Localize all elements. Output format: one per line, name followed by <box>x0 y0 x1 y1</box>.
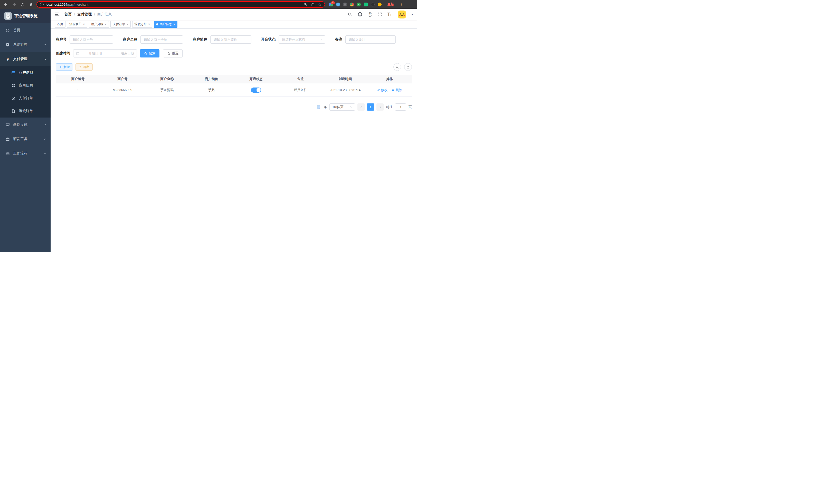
merchant-shortname-input[interactable] <box>210 36 251 44</box>
extension-icon-1[interactable]: 10 <box>329 3 333 6</box>
tab-user-group[interactable]: 用户分组 × <box>89 21 109 28</box>
browser-forward-icon[interactable] <box>12 2 17 7</box>
status-select[interactable]: 请选择开启状态 <box>279 36 325 44</box>
sidebar-item-merchant-info[interactable]: 商户信息 <box>0 66 50 79</box>
sidebar-item-pay-order[interactable]: 支付订单 <box>0 92 50 105</box>
merchant-fullname-input[interactable] <box>140 36 183 44</box>
export-button[interactable]: 导出 <box>75 63 93 71</box>
gear-icon <box>6 43 10 47</box>
delete-link[interactable]: 删除 <box>392 88 402 92</box>
password-key-icon[interactable] <box>304 3 308 6</box>
edit-link[interactable]: 修改 <box>377 88 388 92</box>
top-navbar: 首页 / 支付管理 / 商户信息 ? <box>50 9 417 20</box>
search-button[interactable]: 搜索 <box>140 49 159 58</box>
extension-icon-7[interactable] <box>371 3 375 6</box>
goto-unit: 页 <box>409 105 412 109</box>
edit-icon <box>377 89 380 92</box>
page-size-select[interactable]: 10条/页 <box>329 104 355 111</box>
yen-icon: ¥ <box>6 57 10 61</box>
browser-home-icon[interactable] <box>29 2 34 7</box>
sidebar-item-infrastructure[interactable]: 基础设施 <box>0 117 50 132</box>
chevron-down-icon <box>43 138 46 141</box>
sidebar-item-refund-order[interactable]: 退款订单 <box>0 105 50 117</box>
close-icon[interactable]: × <box>148 23 150 26</box>
tab-merchant-info[interactable]: 商户信息 × <box>154 21 177 28</box>
tab-label: 首页 <box>57 22 63 26</box>
next-page-button[interactable] <box>376 104 383 111</box>
col-create-time: 创建时间 <box>323 77 367 81</box>
status-toggle[interactable] <box>251 88 261 93</box>
remark-input[interactable] <box>345 36 396 44</box>
browser-menu-icon[interactable]: ⋮ <box>399 2 403 6</box>
close-icon[interactable]: × <box>126 23 128 26</box>
create-time-range-picker[interactable]: 开始日期 - 结束日期 <box>73 49 137 58</box>
close-icon[interactable]: × <box>83 23 85 26</box>
show-search-button[interactable] <box>393 63 401 71</box>
help-icon[interactable]: ? <box>368 12 372 17</box>
sidebar-item-home[interactable]: 首页 <box>0 23 50 38</box>
fullscreen-icon[interactable] <box>377 12 382 17</box>
avatar-caret-icon[interactable]: ▾ <box>411 13 413 16</box>
tab-refund-order[interactable]: 退款订单 × <box>132 21 153 28</box>
field-merchant-no: 商户号 <box>56 36 113 44</box>
search-icon <box>395 65 399 69</box>
goto-page-input[interactable] <box>395 104 406 111</box>
sidebar-item-label: 工作流程 <box>13 151 27 156</box>
extension-icon-6[interactable] <box>364 3 368 6</box>
hamburger-icon[interactable] <box>55 12 60 17</box>
address-bar[interactable]: i localhost:1024/pay/merchant ☆ <box>37 1 325 8</box>
cell-merchant-no: M233666999 <box>100 88 145 92</box>
tab-home[interactable]: 首页 <box>55 21 65 28</box>
search-form-row-2: 创建时间 开始日期 - 结束日期 搜索 <box>56 49 412 58</box>
bookmark-star-icon[interactable]: ☆ <box>318 3 322 6</box>
sidebar-item-dev-tools[interactable]: 研发工具 <box>0 132 50 146</box>
add-button[interactable]: 新增 <box>56 63 73 71</box>
extension-icon-8[interactable] <box>378 3 381 6</box>
share-icon[interactable] <box>311 3 315 6</box>
extension-icon-4[interactable] <box>350 3 354 6</box>
chevron-down-icon <box>43 43 46 46</box>
refresh-table-button[interactable] <box>404 63 412 71</box>
extension-icon-2[interactable] <box>336 3 340 6</box>
extension-icon-5[interactable]: ✓ <box>357 3 361 6</box>
sidebar-item-system[interactable]: 系统管理 <box>0 38 50 52</box>
browser-back-icon[interactable] <box>4 2 8 7</box>
grid-icon <box>11 84 16 88</box>
sidebar-item-app-info[interactable]: 应用信息 <box>0 79 50 92</box>
app-logo[interactable]: 芋道管理系统 <box>0 9 50 23</box>
browser-update-button[interactable]: 更新 <box>387 2 394 7</box>
bank-card-icon <box>11 71 16 75</box>
tab-pay-order[interactable]: 支付订单 × <box>110 21 131 28</box>
field-label: 开启状态 <box>261 37 276 42</box>
pagination: 共 1 条 10条/页 1 前往 页 <box>56 104 412 111</box>
browser-reload-icon[interactable] <box>21 2 25 7</box>
header-search-icon[interactable] <box>348 12 352 17</box>
breadcrumb: 首页 / 支付管理 / 商户信息 <box>64 12 112 17</box>
app-shell: 芋道管理系统 首页 系统管理 ¥ <box>0 9 417 252</box>
close-icon[interactable]: × <box>173 23 175 26</box>
field-status: 开启状态 请选择开启状态 <box>261 36 325 44</box>
github-icon[interactable] <box>358 12 362 17</box>
extension-icon-3[interactable] <box>343 3 347 6</box>
page-content: 商户号 商户全称 商户简称 开启状态 请选择开启状态 <box>50 29 417 252</box>
tab-process-form[interactable]: 流程表单 × <box>67 21 87 28</box>
search-form-row-1: 商户号 商户全称 商户简称 开启状态 请选择开启状态 <box>56 36 412 44</box>
briefcase-icon <box>6 152 10 156</box>
avatar[interactable] <box>398 10 406 19</box>
browser-chrome: i localhost:1024/pay/merchant ☆ 10 ✓ <box>0 0 417 9</box>
browser-nav-buttons <box>4 2 34 7</box>
sidebar-item-payment[interactable]: ¥ 支付管理 <box>0 52 50 66</box>
font-size-icon[interactable]: TT <box>388 12 392 17</box>
breadcrumb-current: 商户信息 <box>97 12 112 17</box>
page-number-1[interactable]: 1 <box>367 104 374 111</box>
reset-button[interactable]: 重置 <box>163 49 182 58</box>
merchant-no-input[interactable] <box>70 36 113 44</box>
sidebar-item-workflow[interactable]: 工作流程 <box>0 146 50 161</box>
prev-page-button[interactable] <box>357 104 365 111</box>
breadcrumb-payment[interactable]: 支付管理 <box>77 12 92 17</box>
close-icon[interactable]: × <box>105 23 107 26</box>
sidebar-item-label: 系统管理 <box>13 42 27 47</box>
sidebar-item-label: 退款订单 <box>19 109 33 113</box>
site-info-icon[interactable]: i <box>40 3 44 6</box>
breadcrumb-home[interactable]: 首页 <box>64 12 72 17</box>
